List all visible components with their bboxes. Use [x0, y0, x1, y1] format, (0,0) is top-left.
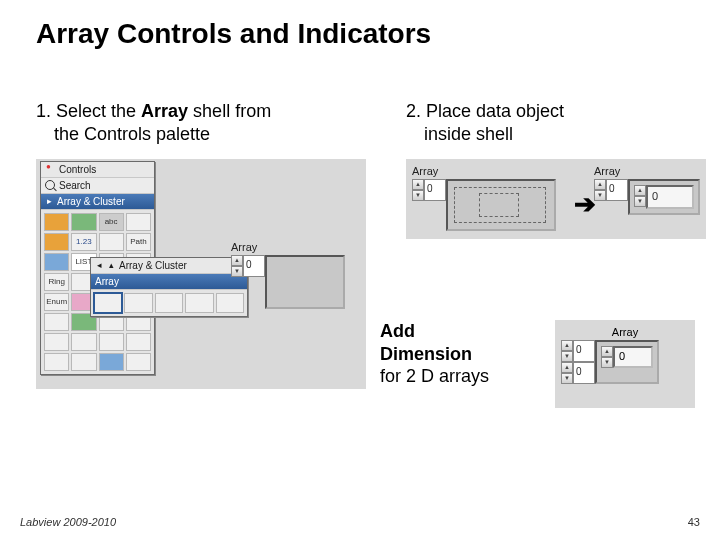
step2-drag-index[interactable]: ▲ ▼ 0 — [412, 179, 446, 201]
palette-cell-abc[interactable]: abc — [99, 213, 124, 231]
step2-dragging-inner — [479, 193, 519, 217]
slide-title: Array Controls and Indicators — [0, 0, 720, 50]
subcell-2[interactable] — [124, 293, 152, 313]
subcell-4[interactable] — [185, 293, 213, 313]
thumbtack-icon[interactable] — [45, 164, 55, 174]
palette-cell-r10[interactable] — [71, 353, 96, 371]
step2-drag-well[interactable] — [446, 179, 556, 231]
step2-result-index[interactable]: ▲ ▼ 0 — [594, 179, 628, 201]
palette-cell-led[interactable] — [71, 213, 96, 231]
step1-array-label: Array — [231, 241, 356, 253]
palette-cell-r9[interactable] — [44, 353, 69, 371]
step2-line1: 2. Place data object — [406, 101, 564, 121]
spin-down-icon[interactable]: ▼ — [601, 357, 613, 368]
subpalette: ◂ ▴ Array & Cluster Array — [90, 257, 248, 317]
palette-cell-num[interactable]: 1.23 — [71, 233, 96, 251]
step2-result-label: Array — [594, 165, 700, 177]
palette-cell-blank2[interactable] — [99, 233, 124, 251]
footer-left: Labview 2009-2010 — [20, 516, 116, 528]
spin-up-icon[interactable]: ▲ — [601, 346, 613, 357]
footer-right: 43 — [688, 516, 700, 528]
d2-index0[interactable]: ▲ ▼ 0 — [561, 340, 595, 362]
step2-drag-index-field[interactable]: 0 — [424, 179, 446, 201]
step1-array-shell[interactable]: Array ▲ ▼ 0 — [231, 241, 356, 309]
step2-result-index-field[interactable]: 0 — [606, 179, 628, 201]
palette-cell-r7[interactable] — [99, 333, 124, 351]
step2-result-value[interactable]: 0 — [646, 185, 694, 209]
spin-down-icon[interactable]: ▼ — [594, 190, 606, 201]
d2-index1-field[interactable]: 0 — [573, 362, 595, 384]
subpalette-array-row[interactable]: Array — [91, 274, 247, 290]
subcell-array[interactable] — [94, 293, 122, 313]
spin-down-icon[interactable]: ▼ — [231, 266, 243, 277]
step1-prefix: 1. Select the — [36, 101, 141, 121]
d2-value[interactable]: 0 — [613, 346, 653, 368]
spin-down-icon[interactable]: ▼ — [634, 196, 646, 207]
step1-array-well[interactable] — [265, 255, 345, 309]
add-dimension-text: Add Dimension for 2 D arrays — [380, 320, 489, 388]
add-dim-l2: for 2 D arrays — [380, 366, 489, 386]
spin-down-icon[interactable]: ▼ — [561, 351, 573, 362]
subpalette-grid — [91, 290, 247, 316]
step1-index-field[interactable]: 0 — [243, 255, 265, 277]
palette-group-row[interactable]: ▸ Array & Cluster — [41, 194, 154, 210]
palette-cell-r11[interactable] — [99, 353, 124, 371]
palette-cell-r8[interactable] — [126, 333, 151, 351]
subpalette-array-label: Array — [95, 276, 119, 287]
d2-index0-field[interactable]: 0 — [573, 340, 595, 362]
spin-up-icon[interactable]: ▲ — [561, 362, 573, 373]
spin-up-icon[interactable]: ▲ — [561, 340, 573, 351]
spin-up-icon[interactable]: ▲ — [412, 179, 424, 190]
spin-up-icon[interactable]: ▲ — [594, 179, 606, 190]
step2-drag-array[interactable]: Array ▲ ▼ 0 — [412, 165, 556, 231]
d2-index-column: ▲ ▼ 0 ▲ ▼ 0 — [561, 340, 595, 384]
step1-index-control[interactable]: ▲ ▼ 0 — [231, 255, 265, 277]
palette-cell-blank1[interactable] — [126, 213, 151, 231]
add-dim-l1a: Add — [380, 321, 415, 341]
step2-drag-label: Array — [412, 165, 556, 177]
palette-cell-r12[interactable] — [126, 353, 151, 371]
search-icon — [45, 180, 55, 190]
step1-bold: Array — [141, 101, 188, 121]
palette-search-row[interactable]: Search — [41, 178, 154, 194]
palette-cell-r1[interactable] — [44, 313, 69, 331]
spin-down-icon[interactable]: ▼ — [412, 190, 424, 201]
step2-figure: Array ▲ ▼ 0 ➔ — [406, 159, 706, 239]
spin-up-icon[interactable]: ▲ — [634, 185, 646, 196]
d2-index1[interactable]: ▲ ▼ 0 — [561, 362, 595, 384]
step1-figure: Controls Search ▸ Array & Cluster abc 1. — [36, 159, 366, 389]
d2-label: Array — [561, 326, 689, 338]
palette-search-label: Search — [59, 180, 91, 191]
step1-column: 1. Select the Array shell from the Contr… — [36, 100, 366, 389]
arrow-right-icon: ➔ — [574, 191, 596, 217]
palette-header: Controls — [41, 162, 154, 178]
palette-cell-knob[interactable] — [44, 213, 69, 231]
palette-cell-path[interactable]: Path — [126, 233, 151, 251]
palette-cell-r6[interactable] — [71, 333, 96, 351]
step2-result-array[interactable]: Array ▲ ▼ 0 ▲ ▼ 0 — [594, 165, 700, 215]
palette-cell-ring[interactable]: Ring — [44, 273, 69, 291]
step1-text: 1. Select the Array shell from the Contr… — [36, 100, 366, 147]
back-icon: ◂ — [95, 260, 103, 270]
palette-cell-r5[interactable] — [44, 333, 69, 351]
d2-figure: Array ▲ ▼ 0 ▲ ▼ 0 ▲ ▼ 0 — [555, 320, 695, 408]
add-dim-l1b: Dimension — [380, 344, 472, 364]
palette-cell-enum[interactable]: Enum — [44, 293, 69, 311]
spin-down-icon[interactable]: ▼ — [561, 373, 573, 384]
expand-icon: ▸ — [45, 196, 53, 206]
up-icon: ▴ — [107, 260, 115, 270]
subpalette-title: Array & Cluster — [119, 260, 187, 271]
palette-title: Controls — [59, 164, 96, 175]
palette-cell-dial[interactable] — [44, 233, 69, 251]
palette-cell-array[interactable] — [44, 253, 69, 271]
step1-after: shell from — [188, 101, 271, 121]
step2-dragging-control[interactable] — [454, 187, 546, 223]
step2-text: 2. Place data object inside shell — [406, 100, 706, 147]
d2-well[interactable]: ▲ ▼ 0 — [595, 340, 659, 384]
step2-line2: inside shell — [406, 123, 513, 146]
step2-result-well[interactable]: ▲ ▼ 0 — [628, 179, 700, 215]
step1-line2: the Controls palette — [36, 123, 210, 146]
subcell-3[interactable] — [155, 293, 183, 313]
subpalette-header-row[interactable]: ◂ ▴ Array & Cluster — [91, 258, 247, 274]
spin-up-icon[interactable]: ▲ — [231, 255, 243, 266]
